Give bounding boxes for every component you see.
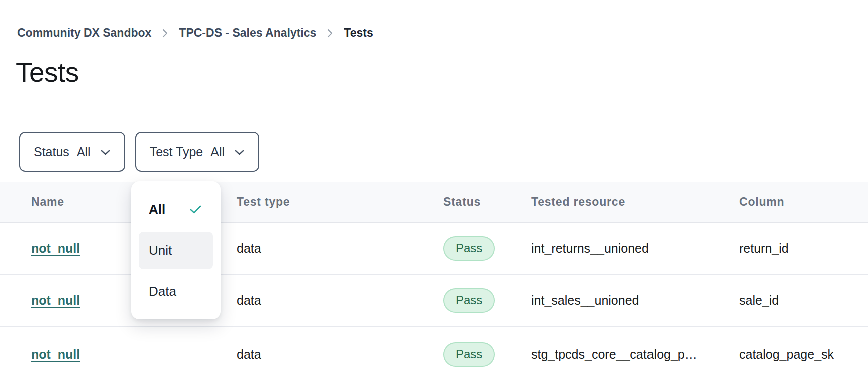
column-header-test-type: Test type (237, 195, 443, 209)
test-type-filter-button[interactable]: Test Type All (135, 132, 259, 172)
dropdown-option-label: Data (149, 284, 176, 299)
test-type-dropdown-menu: All Unit Data (131, 181, 221, 319)
dropdown-option-label: All (149, 202, 165, 217)
filter-bar: Status All Test Type All (19, 132, 259, 172)
tested-resource-cell: int_sales__unioned (531, 293, 739, 308)
test-type-filter-value: All (210, 145, 225, 159)
breadcrumb: Community DX Sandbox TPC-DS - Sales Anal… (17, 26, 373, 40)
table-row: not_null data Pass int_returns__unioned … (0, 223, 868, 275)
status-filter-button[interactable]: Status All (19, 132, 125, 172)
tests-table: Name Test type Status Tested resource Co… (0, 182, 868, 379)
dropdown-option-unit[interactable]: Unit (139, 232, 213, 269)
table-header-row: Name Test type Status Tested resource Co… (0, 182, 868, 223)
dropdown-option-data[interactable]: Data (139, 273, 213, 310)
test-type-filter-label: Test Type (150, 145, 203, 159)
dropdown-option-all[interactable]: All (139, 191, 213, 228)
page-title: Tests (16, 56, 79, 88)
column-header-column: Column (739, 195, 868, 209)
column-header-tested-resource: Tested resource (531, 195, 739, 209)
test-name-link[interactable]: not_null (31, 347, 80, 361)
status-badge: Pass (443, 288, 495, 313)
column-cell: sale_id (739, 293, 868, 308)
breadcrumb-pipeline[interactable]: TPC-DS - Sales Analytics (179, 26, 316, 40)
table-row: not_null data Pass stg_tpcds_core__catal… (0, 327, 868, 379)
chevron-down-icon (100, 149, 111, 156)
status-filter-value: All (77, 145, 91, 159)
breadcrumb-tests: Tests (344, 26, 373, 40)
tested-resource-cell: int_returns__unioned (531, 241, 739, 256)
status-badge: Pass (443, 236, 495, 261)
check-icon (190, 205, 201, 214)
test-name-link[interactable]: not_null (31, 293, 80, 307)
tests-page: Community DX Sandbox TPC-DS - Sales Anal… (0, 0, 868, 379)
table-row: not_null data Pass int_sales__unioned sa… (0, 275, 868, 327)
test-type-cell: data (237, 347, 443, 362)
test-type-cell: data (237, 241, 443, 256)
status-filter-label: Status (34, 145, 69, 159)
status-badge: Pass (443, 342, 495, 367)
tested-resource-cell: stg_tpcds_core__catalog_p… (531, 347, 739, 362)
column-cell: return_id (739, 241, 868, 256)
chevron-right-icon (327, 28, 333, 38)
chevron-down-icon (234, 149, 245, 156)
column-header-status: Status (443, 195, 531, 209)
breadcrumb-project[interactable]: Community DX Sandbox (17, 26, 151, 40)
test-name-link[interactable]: not_null (31, 241, 80, 255)
column-cell: catalog_page_sk (739, 347, 868, 362)
chevron-right-icon (162, 28, 168, 38)
dropdown-option-label: Unit (149, 243, 172, 258)
test-type-cell: data (237, 293, 443, 308)
